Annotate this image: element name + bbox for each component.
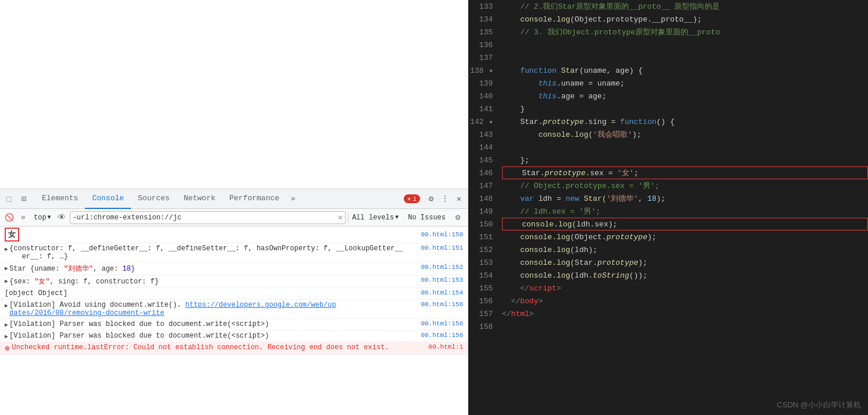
context-selector[interactable]: top ▼ xyxy=(31,212,54,223)
inspect-element-icon[interactable]: ⬚ xyxy=(2,193,15,205)
code-text: console xyxy=(504,220,554,229)
code-text: this xyxy=(502,79,557,88)
star-object-content: Star {uname: "刘德华", age: 18} xyxy=(9,264,135,274)
line-num-141: 141 xyxy=(468,102,497,115)
code-text: // 2.我们Star原型对象里面的__proto__ 原型指向的是 xyxy=(502,1,720,12)
tab-elements[interactable]: Elements xyxy=(35,189,85,209)
code-text: console xyxy=(502,15,552,24)
code-line-142: Star.prototype.sing = function() { xyxy=(502,115,868,128)
expand-arrow-v3[interactable]: ▶ xyxy=(5,333,8,340)
console-link-156c[interactable]: 00.html:156 xyxy=(416,332,463,339)
console-output: 女 00.html:150 ▶ {constructor: f, __defin… xyxy=(0,226,468,415)
code-lines: // 2.我们Star原型对象里面的__proto__ 原型指向的是 conso… xyxy=(497,0,868,415)
code-line-152: console.log(ldh); xyxy=(502,243,868,256)
watermark: CSDN @小小白学计算机 xyxy=(777,400,861,410)
code-text: var xyxy=(502,194,538,203)
line-num-158: 158 xyxy=(468,320,497,333)
line-num-142: 142 ◂ xyxy=(468,115,497,128)
line-num-156: 156 xyxy=(468,295,497,307)
levels-dropdown[interactable]: All levels ▼ xyxy=(348,212,402,223)
code-line-136 xyxy=(502,38,868,51)
violation-link[interactable]: https://developers.google.com/web/up dat… xyxy=(9,301,336,317)
error-badge[interactable]: ✕ 1 xyxy=(404,194,420,203)
code-text: console xyxy=(502,233,552,242)
code-line-155: </script> xyxy=(502,282,868,295)
code-text: this xyxy=(502,92,557,101)
tab-performance[interactable]: Performance xyxy=(222,189,286,209)
expand-arrow-proto[interactable]: ▶ xyxy=(5,246,8,253)
console-link-1[interactable]: 00.html:1 xyxy=(424,343,463,350)
top-label: top xyxy=(34,214,47,222)
code-text: </ xyxy=(502,310,511,318)
expand-arrow-sex[interactable]: ▶ xyxy=(5,278,8,285)
line-num-154: 154 xyxy=(468,269,497,282)
sex-object-content: {sex: "女", sing: f, constructor: f} xyxy=(9,276,159,286)
expand-arrow-v1[interactable]: ▶ xyxy=(5,302,8,309)
expand-arrow-v2[interactable]: ▶ xyxy=(5,321,8,328)
devtools-panel: ⬚ ⊡ Elements Console Sources Network Per… xyxy=(0,0,468,415)
tab-more[interactable]: » xyxy=(286,189,300,209)
close-devtools-icon[interactable]: ✕ xyxy=(453,193,465,205)
violation3-content: [Violation] Parser was blocked due to do… xyxy=(9,332,269,340)
console-link-150[interactable]: 00.html:150 xyxy=(416,231,463,238)
more-options-icon[interactable]: ⋮ xyxy=(439,193,451,205)
code-text: </ xyxy=(502,297,520,306)
tab-right-icons: ✕ 1 ⚙ ⋮ ✕ xyxy=(404,193,465,205)
line-num-147: 147 xyxy=(468,179,497,192)
line-num-133: 133 xyxy=(468,0,497,13)
tab-sources[interactable]: Sources xyxy=(131,189,177,209)
code-text: console xyxy=(502,258,552,267)
no-issues-label: No Issues xyxy=(408,214,446,222)
code-line-153: console.log(Star.prototype); xyxy=(502,256,868,269)
code-line-146: Star.prototype.sex = '女'; xyxy=(502,166,868,179)
line-num-145: 145 xyxy=(468,154,497,166)
expand-arrow-star[interactable]: ▶ xyxy=(5,265,8,272)
code-text: console xyxy=(502,271,552,280)
context-dropdown-icon: ▼ xyxy=(48,214,51,221)
console-settings-icon[interactable]: ⚙ xyxy=(451,211,464,224)
clear-console-icon[interactable]: 🚫 xyxy=(3,212,15,224)
line-num-136: 136 xyxy=(468,38,497,51)
tab-console[interactable]: Console xyxy=(85,189,131,209)
no-issues-button[interactable]: No Issues xyxy=(404,212,449,223)
code-panel: 133 134 135 136 137 138 ◂ 139 140 141 14… xyxy=(468,0,868,415)
code-text: // Object.prototype.sex = '男'; xyxy=(502,180,659,191)
error-x-icon: ✕ xyxy=(407,195,411,203)
code-line-144 xyxy=(502,141,868,154)
code-line-149: // ldh.sex = '男'; xyxy=(502,205,868,218)
filter-input[interactable]: -url:chrome-extension://jc xyxy=(73,214,337,222)
code-line-143: console.log('我会唱歌'); xyxy=(502,128,868,141)
console-link-153[interactable]: 00.html:153 xyxy=(416,276,463,283)
line-num-137: 137 xyxy=(468,51,497,64)
object-proto-content: {constructor: f, __defineGetter__: f, __… xyxy=(9,244,403,261)
code-line-138: function Star(uname, age) { xyxy=(502,64,868,77)
console-link-152[interactable]: 00.html:152 xyxy=(416,264,463,271)
settings-icon[interactable]: ⚙ xyxy=(425,193,437,205)
devtools-tab-bar: ⬚ ⊡ Elements Console Sources Network Per… xyxy=(0,189,468,209)
line-numbers: 133 134 135 136 137 138 ◂ 139 140 141 14… xyxy=(468,0,497,415)
console-link-156a[interactable]: 00.html:156 xyxy=(416,301,463,308)
filter-input-wrapper: -url:chrome-extension://jc ✕ xyxy=(70,211,346,224)
code-text: // 3. 我们Object.prototype原型对象里面的__proto xyxy=(502,27,720,37)
tab-network[interactable]: Network xyxy=(177,189,223,209)
filter-clear-icon[interactable]: ✕ xyxy=(338,212,343,222)
code-line-134: console.log(Object.prototype.__proto__); xyxy=(502,13,868,26)
console-entry-female: 女 00.html:150 xyxy=(0,226,468,243)
code-text: Star. xyxy=(504,169,545,178)
error-count: 1 xyxy=(412,196,417,203)
code-line-133: // 2.我们Star原型对象里面的__proto__ 原型指向的是 xyxy=(502,0,868,13)
console-entry-error: ⊗ Unchecked runtime.lastError: Could not… xyxy=(0,342,468,355)
device-toggle-icon[interactable]: ⊡ xyxy=(17,193,30,205)
filter-icon[interactable]: ⊖ xyxy=(17,212,29,224)
line-num-150: 150 xyxy=(468,218,497,230)
violation1-content: [Violation] Avoid using document.write()… xyxy=(9,301,416,317)
code-line-140: this.age = age; xyxy=(502,90,868,102)
code-content: 133 134 135 136 137 138 ◂ 139 140 141 14… xyxy=(468,0,868,415)
code-line-145: }; xyxy=(502,154,868,166)
eye-icon[interactable]: 👁 xyxy=(56,212,67,224)
console-link-154[interactable]: 00.html:154 xyxy=(416,289,463,296)
console-link-156b[interactable]: 00.html:156 xyxy=(416,320,463,327)
line-num-134: 134 xyxy=(468,13,497,26)
console-link-151[interactable]: 00.html:151 xyxy=(416,244,463,251)
code-line-154: console.log(ldh.toString()); xyxy=(502,269,868,282)
